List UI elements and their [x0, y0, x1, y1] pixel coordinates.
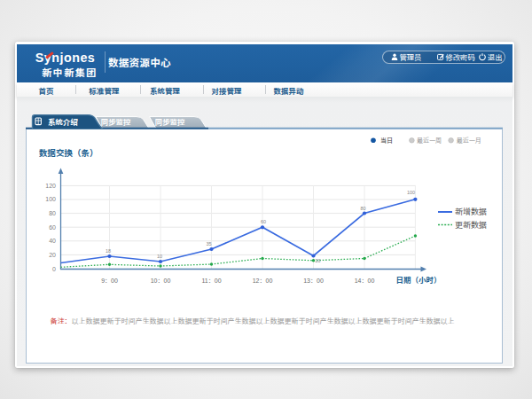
svg-text:80: 80 [361, 206, 366, 211]
svg-text:14：00: 14：00 [355, 278, 375, 284]
svg-text:120: 120 [45, 183, 56, 189]
svg-text:10：00: 10：00 [151, 278, 171, 284]
svg-text:35: 35 [207, 241, 212, 246]
svg-text:10: 10 [157, 254, 162, 259]
svg-text:0: 0 [52, 266, 56, 272]
svg-text:11：00: 11：00 [201, 278, 221, 284]
svg-text:60: 60 [49, 224, 56, 231]
svg-text:新增数据: 新增数据 [455, 207, 487, 216]
svg-text:最近一月: 最近一月 [457, 137, 481, 145]
svg-text:18: 18 [106, 248, 111, 254]
svg-text:更新数据: 更新数据 [455, 221, 487, 230]
svg-text:20: 20 [49, 252, 56, 258]
svg-text:当日: 当日 [380, 137, 393, 144]
svg-text:80: 80 [49, 210, 56, 216]
svg-text:数据交换（条）: 数据交换（条） [39, 148, 98, 158]
svg-text:13：00: 13：00 [303, 278, 324, 284]
svg-text:40: 40 [49, 238, 56, 244]
svg-text:9：00: 9：00 [101, 278, 118, 284]
svg-text:100: 100 [407, 190, 415, 195]
svg-text:100: 100 [45, 196, 56, 202]
svg-text:60: 60 [261, 219, 266, 224]
svg-text:12：00: 12：00 [253, 278, 273, 284]
svg-text:最近一周: 最近一周 [417, 137, 442, 145]
svg-text:日期（小时）: 日期（小时） [396, 276, 442, 285]
svg-text:20: 20 [316, 258, 321, 263]
